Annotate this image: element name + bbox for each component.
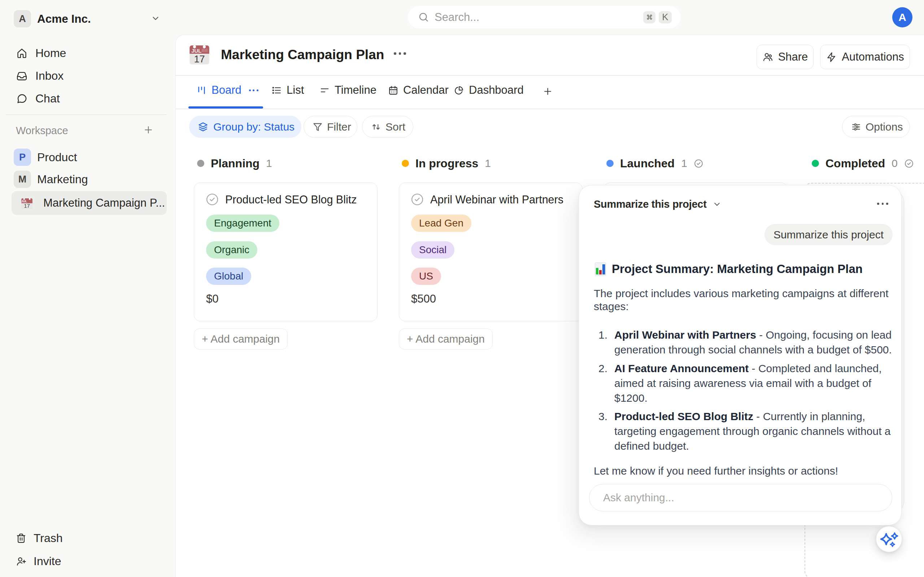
svg-text:JUL: JUL [21,200,27,203]
svg-text:17: 17 [24,203,30,209]
svg-text:JUL: JUL [191,48,201,54]
svg-text:17: 17 [194,53,205,64]
